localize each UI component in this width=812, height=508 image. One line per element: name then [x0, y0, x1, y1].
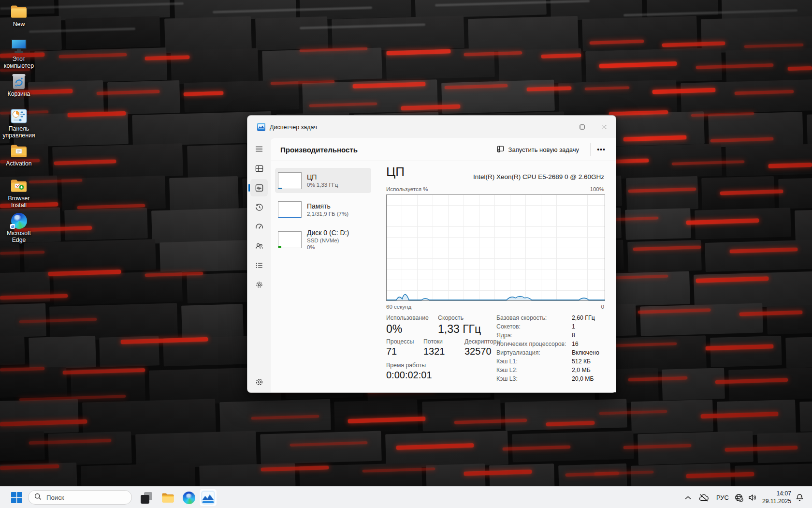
kv-value: 2,0 МБ	[572, 367, 591, 374]
kv-label: Кэш L2:	[496, 367, 518, 374]
kv-label: Кэш L3:	[496, 375, 518, 382]
window-title: Диспетчер задач	[270, 116, 317, 138]
speed-value: 1,33 ГГц	[438, 323, 481, 336]
perf-item-title: Диск 0 (C: D:)	[307, 229, 349, 237]
page-header: Производительность Запустить новую задач…	[271, 138, 616, 161]
handles-label: Дескрипторы	[464, 338, 501, 345]
header-divider	[590, 143, 591, 156]
sidebar-item-processes[interactable]	[250, 160, 268, 177]
desktop-icon-this-pc[interactable]: Этот компьютер	[0, 38, 38, 73]
taskbar: РУС 14:07 29.11.2025 z	[0, 486, 812, 508]
folder-document-icon	[10, 142, 28, 160]
network-no-internet-icon[interactable]	[733, 487, 745, 508]
run-new-task-label: Запустить новую задачу	[508, 146, 579, 153]
close-button[interactable]	[593, 116, 615, 138]
desktop-icon-activation[interactable]: Activation	[0, 142, 38, 177]
threads-value: 1321	[423, 346, 445, 357]
task-manager-taskbar-button[interactable]	[199, 489, 217, 507]
chart-x-left-label: 60 секунд	[386, 304, 411, 310]
tray-chevron-up-icon[interactable]	[682, 487, 694, 508]
desktop-icon-browser-install[interactable]: Browser Install	[0, 177, 38, 212]
run-new-task-button[interactable]: Запустить новую задачу	[492, 142, 584, 157]
shortcut-arrow-badge	[10, 224, 15, 229]
kv-label: Виртуализация:	[496, 349, 540, 356]
chart-x-right-label: 0	[601, 304, 604, 310]
kv-value: 512 КБ	[572, 358, 591, 365]
edge-icon	[10, 212, 28, 229]
desktop-icon-label: New	[13, 21, 25, 28]
kv-label: Ядра:	[496, 332, 512, 339]
control-panel-icon	[10, 107, 28, 125]
desktop-icon-recycle-bin[interactable]: Корзина	[0, 73, 38, 107]
tray-date: 29.11.2025	[762, 498, 791, 506]
desktop-icon-label: Панель управления	[0, 126, 38, 139]
sidebar-item-app-history[interactable]	[250, 198, 268, 216]
task-manager-icon	[201, 491, 215, 505]
sidebar-item-details[interactable]	[250, 256, 268, 274]
sidebar-item-startup-apps[interactable]	[250, 218, 268, 235]
desktop-icon-edge[interactable]: Microsoft Edge	[0, 212, 38, 247]
desktop-icon-new[interactable]: New	[0, 3, 38, 38]
content-card: Производительность Запустить новую задач…	[271, 138, 616, 392]
desktop-icon-control-panel[interactable]: Панель управления	[0, 107, 38, 142]
chart-y-label: Используется %	[386, 186, 428, 192]
maximize-button[interactable]	[571, 116, 593, 138]
minimize-button[interactable]	[549, 116, 571, 138]
memory-mini-chart	[278, 201, 302, 218]
sidebar-item-performance[interactable]	[250, 179, 268, 196]
kv-value: 20,0 МБ	[572, 375, 594, 382]
kv-label: Логических процессоров:	[496, 341, 566, 347]
edge-taskbar-icon[interactable]	[182, 487, 196, 508]
page-title: Производительность	[280, 138, 358, 161]
kv-label: Сокетов:	[496, 323, 521, 330]
language-indicator[interactable]: РУС	[714, 487, 731, 508]
desktop-icon-label: Activation	[6, 161, 31, 167]
handles-value: 32570	[464, 346, 492, 357]
tray-time: 14:07	[762, 490, 791, 498]
recycle-bin-icon	[10, 73, 28, 90]
desktop-icon-label: Browser Install	[0, 195, 38, 209]
kv-value: 1	[572, 323, 575, 330]
sidebar-item-services[interactable]	[250, 276, 268, 293]
search-icon	[34, 493, 42, 502]
task-manager-window: Диспетчер задач	[247, 115, 616, 393]
perf-list-item-memory[interactable]: Память 2,1/31,9 ГБ (7%)	[275, 196, 371, 223]
sidebar-selection-indicator	[248, 184, 250, 192]
file-explorer-icon[interactable]	[160, 487, 175, 508]
perf-list-item-cpu[interactable]: ЦП 0% 1,33 ГГц	[275, 168, 371, 193]
search-input[interactable]	[45, 493, 120, 502]
speed-label: Скорость	[438, 314, 464, 321]
perf-item-subtitle: 0% 1,33 ГГц	[307, 181, 338, 188]
cpu-model: Intel(R) Xeon(R) CPU E5-2689 0 @ 2.60GHz	[473, 173, 604, 180]
more-options-icon[interactable]: •••	[594, 142, 609, 157]
onedrive-paused-icon[interactable]	[697, 487, 710, 508]
settings-icon[interactable]	[250, 373, 268, 390]
tray-clock[interactable]: 14:07 29.11.2025	[762, 490, 791, 505]
sidebar-item-users[interactable]	[250, 237, 268, 254]
perf-list-item-disk0[interactable]: Диск 0 (C: D:) SSD (NVMe) 0%	[275, 226, 371, 254]
notification-bell-dnd-icon[interactable]: z	[794, 487, 805, 508]
volume-icon[interactable]	[746, 487, 758, 508]
new-task-icon	[496, 145, 505, 154]
desktop-icon-label: Корзина	[8, 91, 30, 98]
start-button[interactable]	[10, 487, 23, 508]
perf-item-subtitle: SSD (NVMe)	[307, 237, 349, 244]
kv-label: Кэш L1:	[496, 358, 518, 365]
cpu-mini-chart	[278, 172, 302, 189]
computer-icon	[10, 38, 28, 55]
task-manager-app-icon	[257, 123, 265, 131]
taskbar-search[interactable]	[28, 490, 132, 505]
task-view-icon[interactable]	[139, 487, 154, 508]
perf-item-subtitle: 2,1/31,9 ГБ (7%)	[307, 210, 348, 217]
desktop-icon-label: Этот компьютер	[0, 56, 38, 69]
processes-label: Процессы	[386, 338, 414, 345]
perf-item-subtitle2: 0%	[307, 244, 349, 251]
uptime-value: 0:00:02:01	[386, 370, 432, 381]
kv-value: 16	[572, 341, 579, 347]
uptime-label: Время работы	[386, 362, 426, 369]
perf-item-title: ЦП	[307, 173, 338, 181]
titlebar[interactable]: Диспетчер задач	[247, 116, 616, 138]
svg-text:z: z	[800, 495, 802, 498]
menu-icon[interactable]	[250, 140, 268, 158]
folder-icon	[10, 3, 28, 20]
